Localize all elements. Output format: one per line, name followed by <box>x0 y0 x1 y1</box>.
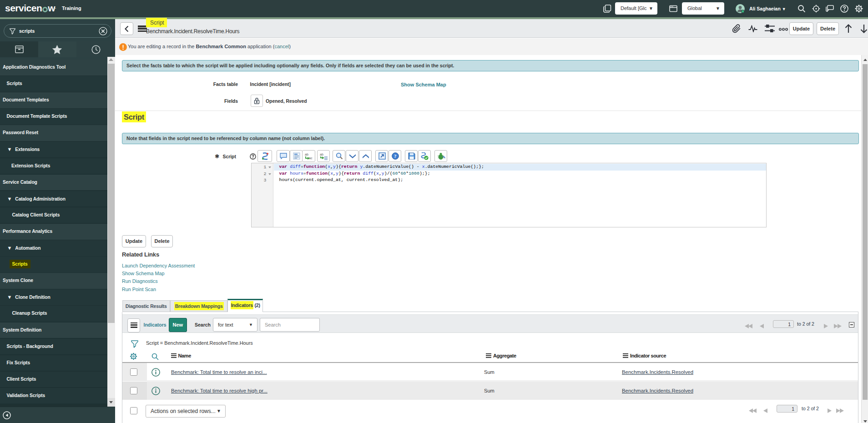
svg-text:?: ? <box>394 153 397 159</box>
svg-text:ab: ab <box>320 153 323 156</box>
svg-text:ab: ab <box>305 153 308 156</box>
svg-text:ac: ac <box>309 156 313 160</box>
